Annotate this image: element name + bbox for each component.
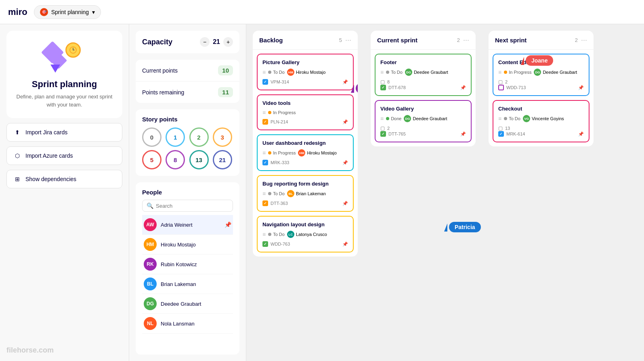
ticket-check-icon xyxy=(498,85,504,90)
status-label: To Do xyxy=(391,70,403,75)
card-pin: 📌 xyxy=(342,242,348,247)
assignee-name: Deedee Graubart xyxy=(414,70,448,75)
avatar-brian: BL xyxy=(144,278,157,290)
person-rubin-kotowicz[interactable]: RK Rubin Kotowicz xyxy=(142,255,233,274)
assignee-hiroku: HM Hiroku Mostajo xyxy=(298,149,336,157)
story-points-label: Story points xyxy=(142,116,233,123)
capacity-minus-button[interactable]: − xyxy=(200,37,210,47)
show-dependencies-button[interactable]: ⊞ Show dependencies xyxy=(6,170,122,188)
lines-icon xyxy=(262,150,266,156)
point-21[interactable]: 21 xyxy=(213,150,232,169)
current-points-row: Current points 10 xyxy=(136,60,239,81)
next-sprint-title: Next sprint xyxy=(495,37,572,44)
person-hiroku-mostajo[interactable]: HM Hiroku Mostajo xyxy=(142,235,233,255)
point-3[interactable]: 3 xyxy=(213,127,232,147)
people-search-box[interactable]: 🔍 xyxy=(142,200,233,212)
card-title-video-gallery: Video Gallery xyxy=(380,106,466,112)
board-title-button[interactable]: 🎯 Sprint planning ▾ xyxy=(34,5,101,19)
main-layout: Sprint planning Define, plan and manage … xyxy=(0,24,644,361)
backlog-menu-icon[interactable]: ··· xyxy=(345,36,351,44)
person-nola-lansman[interactable]: NL Nola Lansman xyxy=(142,314,233,334)
status-dot xyxy=(268,111,271,114)
status-inprogress: In Progress xyxy=(504,70,531,75)
assignee-avatar: HM xyxy=(287,69,294,76)
points-remaining-row: Points remaining 11 xyxy=(136,81,239,103)
assignee-avatar: VG xyxy=(523,115,530,122)
kanban-board: Backlog 5 ··· Picture Gallery To Do xyxy=(246,24,644,361)
card-meta-footer: To Do DG Deedee Graubart xyxy=(380,69,466,76)
backlog-column-header: Backlog 5 ··· xyxy=(253,31,358,50)
import-jira-button[interactable]: ⬆ Import Jira cards xyxy=(6,123,122,142)
backlog-body: Picture Gallery To Do HM Hiroku Mostajo xyxy=(253,50,358,257)
card-title-picture-gallery: Picture Gallery xyxy=(262,59,348,65)
point-13[interactable]: 13 xyxy=(189,150,209,169)
cursor-arrow-jeff xyxy=(351,85,354,93)
status-dot xyxy=(268,233,271,236)
story-points-card: Story points 0 1 2 3 5 8 13 21 xyxy=(136,109,239,176)
assignee-avatar: DG xyxy=(404,115,411,122)
point-1[interactable]: 1 xyxy=(166,127,185,147)
card-title-video-tools: Video tools xyxy=(262,100,348,106)
current-sprint-header: Current sprint 2 ··· xyxy=(371,31,476,50)
card-nav-layout[interactable]: Navigation layout design To Do LC Latony… xyxy=(257,216,354,252)
illustration-art xyxy=(40,40,89,73)
card-bug-reporting[interactable]: Bug reporting form design To Do BL Brian… xyxy=(257,175,354,212)
point-2[interactable]: 2 xyxy=(189,127,209,147)
card-pin: 📌 xyxy=(342,119,348,125)
ticket-mrk-333: MRK-333 📌 xyxy=(262,160,348,165)
header: miro 🎯 Sprint planning ▾ xyxy=(0,0,644,24)
card-user-dashboard[interactable]: User dashboard redesign In Progress HM H… xyxy=(257,134,354,171)
person-deedee-graubart[interactable]: DG Deedee Graubart xyxy=(142,294,233,314)
import-jira-label: Import Jira cards xyxy=(25,129,67,136)
current-sprint-menu[interactable]: ··· xyxy=(463,36,469,44)
card-video-gallery[interactable]: Video Gallery Done DG Deedee Graubart xyxy=(375,100,472,142)
capacity-plus-button[interactable]: + xyxy=(223,37,233,47)
status-label: In Progress xyxy=(509,70,531,75)
card-picture-gallery[interactable]: Picture Gallery To Do HM Hiroku Mostajo xyxy=(257,54,354,90)
lines-icon xyxy=(380,115,384,122)
backlog-column: Backlog 5 ··· Picture Gallery To Do xyxy=(253,31,358,257)
illustration-title: Sprint planning xyxy=(32,79,97,90)
card-video-tools[interactable]: Video tools In Progress PLN-214 📌 xyxy=(257,94,354,130)
backlog-count: 5 xyxy=(339,37,342,43)
current-sprint-count: 2 xyxy=(457,37,460,43)
ticket-id: WDD-713 xyxy=(506,85,526,90)
person-brian-lakeman[interactable]: BL Brian Lakeman xyxy=(142,274,233,294)
status-label: To Do xyxy=(273,191,285,196)
points-remaining-label: Points remaining xyxy=(142,89,184,96)
card-footer[interactable]: Footer To Do DG Deedee Graubart xyxy=(375,54,472,96)
status-dot xyxy=(386,71,389,74)
card-pin: 📌 xyxy=(578,131,584,137)
point-8[interactable]: 8 xyxy=(166,150,185,169)
card-title-user-dashboard: User dashboard redesign xyxy=(262,140,348,146)
ticket-check-icon xyxy=(380,85,386,90)
card-pin: 📌 xyxy=(342,160,348,165)
import-azure-button[interactable]: ⬡ Import Azure cards xyxy=(6,146,122,165)
current-sprint-column: Current sprint 2 ··· Footer To Do xyxy=(371,31,476,146)
point-0[interactable]: 0 xyxy=(142,127,162,147)
card-checkout[interactable]: Checkout To Do VG Vincente Goyins xyxy=(493,100,589,142)
backlog-title: Backlog xyxy=(259,37,336,44)
ticket-wdd-763: WDD-763 📌 xyxy=(262,241,348,247)
next-sprint-menu[interactable]: ··· xyxy=(581,36,587,44)
next-sprint-column: Next sprint 2 ··· Content Editor In Prog… xyxy=(489,31,594,146)
assignee-deedee: DG Deedee Graubart xyxy=(404,115,447,122)
board-icon: 🎯 xyxy=(40,8,48,16)
person-adria-weinert[interactable]: AW Adria Weinert 📌 xyxy=(142,215,233,235)
file-icon xyxy=(498,79,503,85)
ticket-number: 8 xyxy=(387,79,390,84)
status-dot xyxy=(268,71,271,74)
status-label: Done xyxy=(391,116,401,121)
ticket-id: DTT-678 xyxy=(388,85,406,90)
file-icon xyxy=(380,79,385,85)
point-5[interactable]: 5 xyxy=(142,150,162,169)
person-name-rubin: Rubin Kotowicz xyxy=(161,261,197,267)
jira-icon: ⬆ xyxy=(13,128,21,136)
ticket-number: 2 xyxy=(387,126,390,131)
pin-icon[interactable]: 📌 xyxy=(224,221,231,228)
ticket-id: DTT-765 xyxy=(388,131,406,136)
people-search-input[interactable] xyxy=(156,203,229,209)
card-title-nav-layout: Navigation layout design xyxy=(262,221,348,227)
assignee-latonya: LC Latonya Crusco xyxy=(287,231,327,238)
ticket-dtt-678: DTT-678 📌 xyxy=(380,85,466,90)
